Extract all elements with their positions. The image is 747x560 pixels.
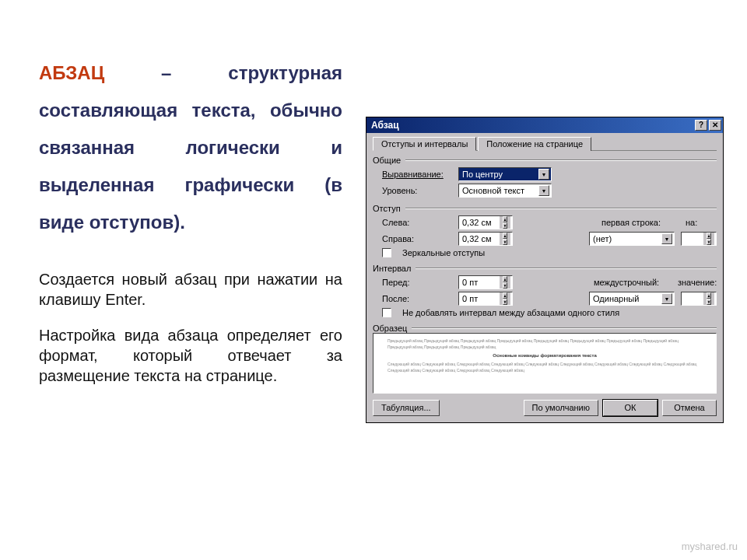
help-button[interactable]: ?	[695, 120, 707, 131]
outline-label: Уровень:	[382, 186, 452, 195]
mirror-checkbox[interactable]	[382, 248, 391, 257]
mirror-label: Зеркальные отступы	[402, 248, 485, 257]
indent-right-spin[interactable]: 0,32 см ▲▼	[458, 232, 513, 246]
indent-left-value: 0,32 см	[462, 218, 492, 227]
preview-next: Следующий абзац Следующий абзац Следующи…	[388, 362, 702, 373]
indent-left-spin[interactable]: 0,32 см ▲▼	[458, 215, 513, 229]
group-preview: Образец Предыдущий абзац Предыдущий абза…	[373, 324, 717, 394]
definition-text: АБЗАЦ – структурная составляющая текста,…	[39, 54, 342, 241]
indent-right-label: Справа:	[382, 234, 452, 243]
indent-left-label: Слева:	[382, 218, 452, 227]
before-spin[interactable]: 0 пт ▲▼	[458, 275, 513, 289]
preview-prev: Предыдущий абзац Предыдущий абзац Предыд…	[388, 338, 702, 350]
firstline-by-spin[interactable]: ▲▼	[681, 232, 717, 246]
linespacing-value: Одинарный	[593, 294, 639, 303]
definition-rest: – структурная составляющая текста, обычн…	[39, 62, 342, 233]
tabs-button[interactable]: Табуляция...	[373, 400, 440, 416]
chevron-down-icon	[538, 185, 549, 196]
after-spin[interactable]: 0 пт ▲▼	[458, 292, 513, 306]
tab-pagination[interactable]: Положение на странице	[478, 137, 591, 151]
nospace-label: Не добавлять интервал между абзацами одн…	[402, 308, 619, 317]
dialog-title: Абзац	[371, 120, 693, 131]
ok-button[interactable]: ОК	[603, 400, 658, 416]
outline-combo[interactable]: Основной текст	[458, 184, 552, 198]
group-general: Общие Выравнивание: По центру Уровень:	[373, 156, 717, 198]
alignment-combo[interactable]: По центру	[458, 167, 552, 181]
indent-right-value: 0,32 см	[462, 234, 492, 243]
firstline-value: (нет)	[593, 234, 612, 243]
outline-value: Основной текст	[462, 186, 524, 195]
paragraph-2: Настройка вида абзаца определяет его фор…	[39, 325, 342, 386]
chevron-down-icon	[538, 169, 549, 180]
group-spacing-label: Интервал	[373, 264, 411, 273]
watermark: myshared.ru	[682, 541, 738, 552]
group-spacing: Интервал Перед: 0 пт ▲▼ междустрочный: з…	[373, 264, 717, 317]
firstline-combo[interactable]: (нет)	[589, 232, 675, 246]
preview-heading: Основные команды форматирования текста	[388, 352, 702, 359]
paragraph-dialog: Абзац ? ✕ Отступы и интервалы Положение …	[366, 117, 724, 423]
linespacing-combo[interactable]: Одинарный	[589, 292, 675, 306]
after-value: 0 пт	[462, 294, 478, 303]
group-general-label: Общие	[373, 156, 401, 165]
term: АБЗАЦ	[39, 62, 104, 83]
by-label: на:	[686, 218, 717, 227]
before-value: 0 пт	[462, 278, 478, 287]
tab-strip: Отступы и интервалы Положение на страниц…	[373, 136, 717, 151]
value-label: значение:	[678, 278, 717, 287]
dialog-titlebar[interactable]: Абзац ? ✕	[366, 117, 723, 133]
default-button[interactable]: По умолчанию	[524, 400, 598, 416]
paragraph-1: Создается новый абзац при нажатии на кла…	[39, 269, 342, 310]
linespacing-value-spin[interactable]: ▲▼	[681, 292, 717, 306]
chevron-down-icon	[661, 293, 672, 304]
chevron-down-icon	[661, 233, 672, 244]
group-indent-label: Отступ	[373, 204, 401, 213]
group-preview-label: Образец	[373, 324, 407, 333]
before-label: Перед:	[382, 278, 452, 287]
firstline-label: первая строка:	[601, 218, 679, 227]
tab-indents[interactable]: Отступы и интервалы	[373, 137, 476, 151]
group-indent: Отступ Слева: 0,32 см ▲▼ первая строка: …	[373, 204, 717, 257]
close-button[interactable]: ✕	[709, 120, 721, 131]
alignment-value: По центру	[462, 170, 503, 179]
after-label: После:	[382, 294, 452, 303]
alignment-label: Выравнивание:	[382, 170, 452, 179]
preview-box: Предыдущий абзац Предыдущий абзац Предыд…	[373, 333, 717, 394]
dialog-buttons: Табуляция... По умолчанию ОК Отмена	[373, 400, 717, 416]
linespacing-label: междустрочный:	[594, 278, 672, 287]
nospace-checkbox[interactable]	[382, 308, 391, 317]
cancel-button[interactable]: Отмена	[662, 400, 717, 416]
